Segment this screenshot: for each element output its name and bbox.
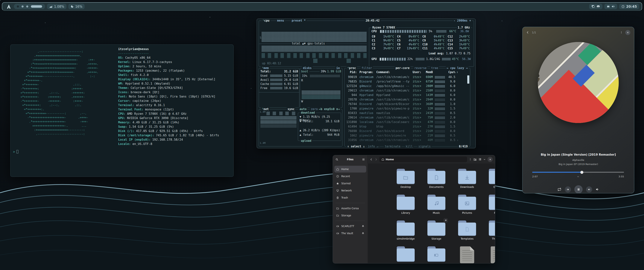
net-sync-button[interactable]: sync (286, 107, 296, 111)
disks-tab[interactable]: disks (302, 66, 313, 70)
search-icon[interactable] (336, 158, 338, 161)
process-row[interactable]: 1700pipewire/usr/bin/pipewire-pitzc+32M1… (346, 107, 455, 110)
close-window-button[interactable] (625, 30, 630, 35)
proc-tree-button[interactable]: tree (430, 66, 439, 70)
kebab-menu-icon[interactable] (620, 31, 623, 34)
grid-item-simshmbridge[interactable]: simshmbridge (392, 220, 420, 240)
next-track-button[interactable] (586, 186, 592, 193)
process-row[interactable]: 76835Discord/proc/self/exe --tyitzc+675M… (346, 80, 455, 83)
files-window[interactable]: Files Home Home Recent Starred Network T… (333, 155, 495, 263)
process-row[interactable]: 1662pipewire/usr/bin/pipewireitzc+21M0.5 (346, 134, 455, 137)
sidebar-item-starred[interactable]: Starred (334, 180, 366, 187)
net-zero-button[interactable]: zero (310, 107, 319, 111)
process-row[interactable]: 127224g4music/app/bin/g4music --itzc+288… (346, 84, 455, 88)
net-interface-selector[interactable]: ←b enp5s0 n→ (318, 107, 341, 111)
network-audio-widget[interactable] (604, 4, 617, 9)
proc-reverse-button[interactable]: reverse (413, 66, 428, 70)
pause-button[interactable] (574, 185, 582, 193)
proc-scrollbar[interactable] (467, 75, 469, 84)
process-row[interactable]: 31056chromium/usr/lib/chromium/citzc+40M… (346, 138, 458, 142)
grid-item-documents[interactable]: Documents (422, 169, 450, 188)
net-auto-button[interactable]: auto (298, 107, 308, 111)
proc-signals-button[interactable]: signals (418, 145, 432, 148)
proc-filter-button[interactable]: filter (360, 66, 373, 70)
process-row[interactable]: 83433nautilusnautilusitzc+241M0.5 (346, 111, 455, 115)
proc-select-hint[interactable]: ↑ select ↓ (346, 145, 366, 148)
kebab-menu-icon[interactable] (469, 158, 472, 161)
btop-window[interactable]: ¹cpu menu preset * 20:45:42 - 2000ms + 5… (257, 19, 476, 148)
sidebar-item-home[interactable]: Home (334, 166, 366, 173)
process-row[interactable]: 944HyprlandHyprlanditzc+143M6.0 (346, 93, 455, 97)
process-row[interactable]: 61494btopbtopitzc+27M1.5 (346, 125, 455, 128)
discord-icon[interactable] (596, 5, 600, 9)
back-button[interactable] (370, 158, 373, 161)
disks-io-button[interactable]: io (335, 66, 341, 70)
terminal-window[interactable]: .-------------------------: .+==========… (10, 44, 234, 177)
grid-item-downloads[interactable]: Downloads (453, 169, 481, 188)
grid-item-document[interactable] (453, 246, 481, 263)
proc-tab[interactable]: ⁴proc (346, 66, 357, 70)
process-row[interactable]: 99019chromium/usr/lib/chromium/citzc+690… (346, 75, 455, 79)
eject-icon[interactable] (362, 225, 364, 228)
grid-item-public[interactable]: Public (484, 195, 495, 214)
sidebar-item-network[interactable]: Network (334, 187, 366, 194)
memory-usage-widget[interactable]: 16% (68, 4, 84, 9)
process-row[interactable]: 29613chromium/usr/lib/chromium/citzc+258… (346, 89, 455, 92)
grid-item-desktop[interactable]: Desktop (392, 169, 420, 188)
back-chevron-icon[interactable] (526, 31, 529, 34)
volume-icon[interactable] (612, 5, 615, 8)
process-row[interactable]: 29614chromium/usr/lib/chromium/citzc+75M… (346, 116, 455, 119)
workspace-switcher[interactable] (14, 4, 45, 9)
btop-interval-control[interactable]: - 2000ms + (453, 19, 472, 22)
proc-sort-selector[interactable]: ← cpu lazy → (446, 66, 468, 70)
grid-item-templates[interactable]: Templates (453, 220, 481, 240)
grid-item-folder[interactable] (392, 246, 420, 262)
music-player-window[interactable]: 1/1 big in japan alphaville Big in Japan… (522, 27, 634, 193)
list-view-icon[interactable] (478, 158, 482, 161)
grid-item-games[interactable]: Games (484, 169, 495, 188)
hamburger-menu-icon[interactable] (362, 158, 365, 161)
sidebar-item-scarlett[interactable]: SCARLETT (334, 223, 366, 229)
grid-item-document[interactable] (484, 246, 495, 263)
cpu-usage-widget[interactable]: 1.08% (47, 4, 66, 9)
sidebar-item-trash[interactable]: Trash (334, 194, 366, 201)
sidebar-item-storage[interactable]: Storage (334, 212, 366, 219)
cpu-graph-divider-label[interactable]: total ▲▼ gpu-totals (291, 42, 326, 45)
sidebar-item-recent[interactable]: Recent (334, 173, 366, 180)
sidebar-item-the-vault[interactable]: The Vault (334, 230, 366, 237)
workspace-dot[interactable] (17, 6, 19, 8)
ethernet-icon[interactable] (606, 5, 610, 8)
btop-cpu-tab[interactable]: ¹cpu (262, 19, 270, 22)
grid-item-pictures[interactable]: Pictures (453, 195, 481, 214)
proc-percore-button[interactable]: per-core (395, 66, 410, 70)
system-tray[interactable] (589, 4, 602, 9)
process-row[interactable]: 76690Discord/usr/bin/discorditzc+216M0.0 (346, 129, 455, 133)
btop-preset-button[interactable]: preset * (291, 19, 307, 22)
close-window-button[interactable] (488, 157, 493, 162)
clock-widget[interactable]: 20:45 (619, 4, 639, 9)
btop-menu-button[interactable]: menu (276, 19, 285, 22)
seek-handle[interactable] (580, 171, 583, 174)
grid-item-music[interactable]: Music (422, 195, 450, 214)
path-bar[interactable]: Home (379, 157, 467, 162)
workspace-dot[interactable] (26, 6, 28, 8)
process-row[interactable]: 29578chromium/usr/lib/chromium/citzc+294… (346, 98, 455, 101)
workspace-active-indicator[interactable] (31, 5, 42, 8)
grid-item-library[interactable]: Library (392, 195, 420, 214)
workspace-dot[interactable] (22, 6, 24, 8)
process-row[interactable]: 131890localsea/usr/lib/localsearcitzc+47… (346, 120, 455, 124)
grid-item-the-vault[interactable]: The Vault (484, 220, 495, 240)
proc-terminate-button[interactable]: terminate (384, 145, 402, 148)
forward-button[interactable] (374, 158, 378, 161)
previous-track-button[interactable] (565, 186, 571, 193)
repeat-icon[interactable] (557, 187, 562, 191)
search-folder-icon[interactable] (474, 158, 477, 161)
volume-icon[interactable] (596, 188, 599, 191)
proc-kill-button[interactable]: kill (405, 145, 414, 148)
view-options-chevron-icon[interactable] (483, 158, 486, 161)
process-row[interactable]: 76744Discord/opt/discord/Discoritzc+368M… (346, 102, 455, 106)
grid-item-folder-video[interactable] (422, 246, 450, 262)
shell-prompt[interactable]: > (13, 150, 18, 154)
proc-info-button[interactable]: info ↵ (367, 145, 379, 148)
mem-tab[interactable]: ²mem (261, 66, 270, 70)
